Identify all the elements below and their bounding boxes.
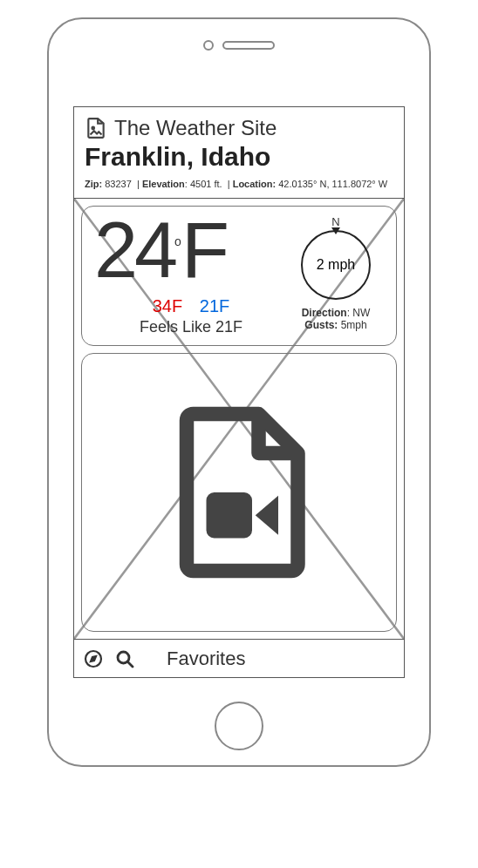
wind-compass-icon: 2 mph bbox=[301, 230, 371, 300]
high-low-row: 34F 21F bbox=[94, 296, 288, 316]
wind-direction-row: Direction: NW bbox=[302, 307, 371, 319]
wind-gusts-value: 5mph bbox=[341, 319, 367, 331]
meta-sep: | bbox=[134, 179, 142, 189]
favorites-button[interactable]: Favorites bbox=[167, 648, 245, 670]
wind-column: N 2 mph Direction: NW Gusts: 5mph bbox=[288, 215, 384, 336]
content-area: 24 o F 34F 21F Feels Like 21F N 2 mph bbox=[74, 199, 404, 639]
zip-label: Zip: bbox=[85, 179, 102, 189]
current-weather-card: 24 o F 34F 21F Feels Like 21F N 2 mph bbox=[81, 206, 397, 346]
temperature-value: 24 bbox=[94, 215, 174, 286]
meta-sep: | bbox=[225, 179, 233, 189]
elevation-label: Elevation bbox=[142, 179, 185, 189]
wind-direction-label: Direction bbox=[302, 307, 347, 319]
wind-speed: 2 mph bbox=[317, 257, 355, 273]
zip-value: 83237 bbox=[105, 179, 132, 189]
home-button[interactable] bbox=[215, 702, 263, 750]
phone-frame: The Weather Site Franklin, Idaho Zip: 83… bbox=[47, 17, 431, 767]
degree-symbol: o bbox=[174, 234, 181, 248]
compass-icon[interactable] bbox=[83, 648, 104, 669]
location-meta: Zip: 83237 | Elevation: 4501 ft. | Locat… bbox=[85, 179, 393, 189]
app-header: The Weather Site Franklin, Idaho Zip: 83… bbox=[74, 107, 404, 199]
temperature-column: 24 o F 34F 21F Feels Like 21F bbox=[94, 215, 288, 336]
location-value: 42.0135° N, 111.8072° W bbox=[278, 179, 387, 189]
elevation-value: 4501 ft. bbox=[190, 179, 222, 189]
feels-like: Feels Like 21F bbox=[94, 318, 288, 336]
phone-bottom bbox=[49, 695, 429, 756]
video-file-icon bbox=[160, 397, 318, 588]
low-temp: 21F bbox=[200, 296, 229, 315]
high-temp: 34F bbox=[153, 296, 182, 315]
wind-marker-icon bbox=[331, 227, 340, 234]
compass-n-label: N bbox=[331, 215, 339, 228]
location-label: Location: bbox=[233, 179, 277, 189]
temperature-unit: F bbox=[181, 215, 228, 286]
search-icon[interactable] bbox=[114, 648, 135, 669]
media-placeholder-card[interactable] bbox=[81, 353, 397, 632]
temperature-main: 24 o F bbox=[94, 215, 288, 286]
image-file-icon bbox=[85, 117, 107, 139]
wind-direction-value: NW bbox=[352, 307, 370, 319]
bottom-bar: Favorites bbox=[74, 639, 404, 677]
location-title: Franklin, Idaho bbox=[85, 142, 393, 172]
phone-speaker-icon bbox=[222, 41, 275, 50]
svg-point-0 bbox=[92, 127, 94, 130]
site-title: The Weather Site bbox=[114, 116, 277, 140]
app-screen: The Weather Site Franklin, Idaho Zip: 83… bbox=[73, 106, 405, 678]
wind-gusts-row: Gusts: 5mph bbox=[304, 319, 366, 331]
phone-camera-icon bbox=[203, 40, 214, 51]
phone-top bbox=[49, 19, 429, 71]
wind-gusts-label: Gusts: bbox=[304, 319, 338, 331]
svg-rect-3 bbox=[207, 492, 253, 539]
site-row: The Weather Site bbox=[85, 116, 393, 140]
svg-line-6 bbox=[128, 662, 133, 667]
